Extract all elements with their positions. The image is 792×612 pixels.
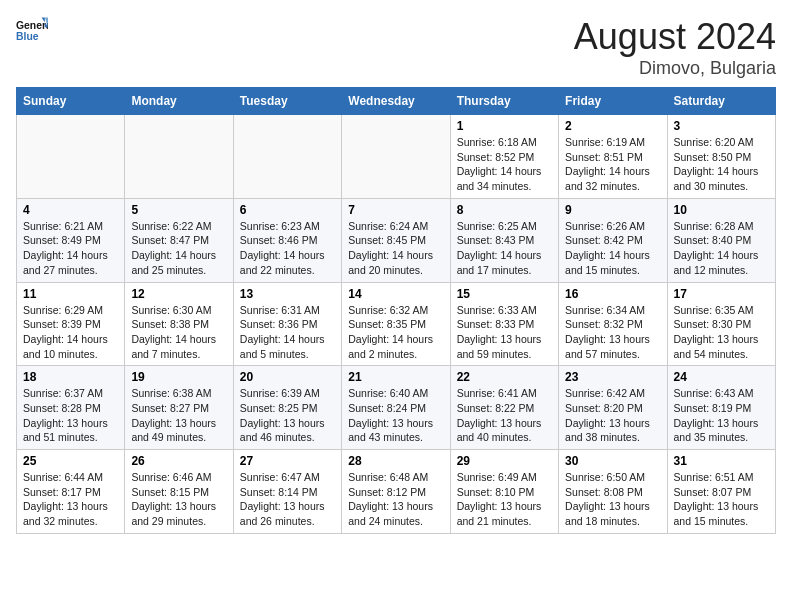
day-number: 5	[131, 203, 226, 217]
table-row	[125, 115, 233, 199]
table-row	[233, 115, 341, 199]
calendar-week-row: 4Sunrise: 6:21 AM Sunset: 8:49 PM Daylig…	[17, 198, 776, 282]
table-row: 12Sunrise: 6:30 AM Sunset: 8:38 PM Dayli…	[125, 282, 233, 366]
day-number: 24	[674, 370, 769, 384]
day-number: 6	[240, 203, 335, 217]
page-title: August 2024	[574, 16, 776, 58]
calendar-week-row: 18Sunrise: 6:37 AM Sunset: 8:28 PM Dayli…	[17, 366, 776, 450]
table-row: 16Sunrise: 6:34 AM Sunset: 8:32 PM Dayli…	[559, 282, 667, 366]
table-row: 28Sunrise: 6:48 AM Sunset: 8:12 PM Dayli…	[342, 450, 450, 534]
table-row: 13Sunrise: 6:31 AM Sunset: 8:36 PM Dayli…	[233, 282, 341, 366]
day-number: 28	[348, 454, 443, 468]
col-friday: Friday	[559, 88, 667, 115]
day-number: 4	[23, 203, 118, 217]
day-info: Sunrise: 6:33 AM Sunset: 8:33 PM Dayligh…	[457, 303, 552, 362]
logo-icon: General Blue	[16, 16, 48, 44]
day-number: 18	[23, 370, 118, 384]
day-number: 31	[674, 454, 769, 468]
day-number: 9	[565, 203, 660, 217]
table-row: 3Sunrise: 6:20 AM Sunset: 8:50 PM Daylig…	[667, 115, 775, 199]
day-number: 27	[240, 454, 335, 468]
calendar-week-row: 11Sunrise: 6:29 AM Sunset: 8:39 PM Dayli…	[17, 282, 776, 366]
day-info: Sunrise: 6:44 AM Sunset: 8:17 PM Dayligh…	[23, 470, 118, 529]
day-info: Sunrise: 6:19 AM Sunset: 8:51 PM Dayligh…	[565, 135, 660, 194]
day-info: Sunrise: 6:34 AM Sunset: 8:32 PM Dayligh…	[565, 303, 660, 362]
header: General Blue August 2024 Dimovo, Bulgari…	[16, 16, 776, 79]
col-thursday: Thursday	[450, 88, 558, 115]
day-info: Sunrise: 6:37 AM Sunset: 8:28 PM Dayligh…	[23, 386, 118, 445]
day-info: Sunrise: 6:38 AM Sunset: 8:27 PM Dayligh…	[131, 386, 226, 445]
table-row: 18Sunrise: 6:37 AM Sunset: 8:28 PM Dayli…	[17, 366, 125, 450]
table-row: 8Sunrise: 6:25 AM Sunset: 8:43 PM Daylig…	[450, 198, 558, 282]
calendar-header-row: Sunday Monday Tuesday Wednesday Thursday…	[17, 88, 776, 115]
table-row: 30Sunrise: 6:50 AM Sunset: 8:08 PM Dayli…	[559, 450, 667, 534]
logo: General Blue	[16, 16, 48, 44]
table-row: 6Sunrise: 6:23 AM Sunset: 8:46 PM Daylig…	[233, 198, 341, 282]
day-info: Sunrise: 6:43 AM Sunset: 8:19 PM Dayligh…	[674, 386, 769, 445]
day-info: Sunrise: 6:35 AM Sunset: 8:30 PM Dayligh…	[674, 303, 769, 362]
table-row: 7Sunrise: 6:24 AM Sunset: 8:45 PM Daylig…	[342, 198, 450, 282]
day-number: 2	[565, 119, 660, 133]
table-row: 29Sunrise: 6:49 AM Sunset: 8:10 PM Dayli…	[450, 450, 558, 534]
day-number: 26	[131, 454, 226, 468]
day-number: 10	[674, 203, 769, 217]
day-number: 22	[457, 370, 552, 384]
table-row: 31Sunrise: 6:51 AM Sunset: 8:07 PM Dayli…	[667, 450, 775, 534]
table-row	[17, 115, 125, 199]
col-saturday: Saturday	[667, 88, 775, 115]
day-number: 12	[131, 287, 226, 301]
day-info: Sunrise: 6:31 AM Sunset: 8:36 PM Dayligh…	[240, 303, 335, 362]
title-area: August 2024 Dimovo, Bulgaria	[574, 16, 776, 79]
svg-text:General: General	[16, 20, 48, 31]
day-number: 15	[457, 287, 552, 301]
col-tuesday: Tuesday	[233, 88, 341, 115]
table-row: 2Sunrise: 6:19 AM Sunset: 8:51 PM Daylig…	[559, 115, 667, 199]
table-row	[342, 115, 450, 199]
day-info: Sunrise: 6:18 AM Sunset: 8:52 PM Dayligh…	[457, 135, 552, 194]
table-row: 14Sunrise: 6:32 AM Sunset: 8:35 PM Dayli…	[342, 282, 450, 366]
day-info: Sunrise: 6:46 AM Sunset: 8:15 PM Dayligh…	[131, 470, 226, 529]
page-subtitle: Dimovo, Bulgaria	[574, 58, 776, 79]
calendar-table: Sunday Monday Tuesday Wednesday Thursday…	[16, 87, 776, 534]
day-number: 13	[240, 287, 335, 301]
col-wednesday: Wednesday	[342, 88, 450, 115]
day-number: 21	[348, 370, 443, 384]
day-info: Sunrise: 6:21 AM Sunset: 8:49 PM Dayligh…	[23, 219, 118, 278]
day-info: Sunrise: 6:28 AM Sunset: 8:40 PM Dayligh…	[674, 219, 769, 278]
table-row: 20Sunrise: 6:39 AM Sunset: 8:25 PM Dayli…	[233, 366, 341, 450]
day-info: Sunrise: 6:40 AM Sunset: 8:24 PM Dayligh…	[348, 386, 443, 445]
table-row: 9Sunrise: 6:26 AM Sunset: 8:42 PM Daylig…	[559, 198, 667, 282]
table-row: 1Sunrise: 6:18 AM Sunset: 8:52 PM Daylig…	[450, 115, 558, 199]
col-monday: Monday	[125, 88, 233, 115]
day-number: 17	[674, 287, 769, 301]
day-number: 20	[240, 370, 335, 384]
table-row: 10Sunrise: 6:28 AM Sunset: 8:40 PM Dayli…	[667, 198, 775, 282]
table-row: 19Sunrise: 6:38 AM Sunset: 8:27 PM Dayli…	[125, 366, 233, 450]
day-info: Sunrise: 6:23 AM Sunset: 8:46 PM Dayligh…	[240, 219, 335, 278]
day-number: 19	[131, 370, 226, 384]
table-row: 27Sunrise: 6:47 AM Sunset: 8:14 PM Dayli…	[233, 450, 341, 534]
day-number: 29	[457, 454, 552, 468]
table-row: 5Sunrise: 6:22 AM Sunset: 8:47 PM Daylig…	[125, 198, 233, 282]
day-info: Sunrise: 6:51 AM Sunset: 8:07 PM Dayligh…	[674, 470, 769, 529]
day-info: Sunrise: 6:50 AM Sunset: 8:08 PM Dayligh…	[565, 470, 660, 529]
table-row: 22Sunrise: 6:41 AM Sunset: 8:22 PM Dayli…	[450, 366, 558, 450]
day-number: 25	[23, 454, 118, 468]
table-row: 24Sunrise: 6:43 AM Sunset: 8:19 PM Dayli…	[667, 366, 775, 450]
table-row: 26Sunrise: 6:46 AM Sunset: 8:15 PM Dayli…	[125, 450, 233, 534]
day-info: Sunrise: 6:47 AM Sunset: 8:14 PM Dayligh…	[240, 470, 335, 529]
table-row: 17Sunrise: 6:35 AM Sunset: 8:30 PM Dayli…	[667, 282, 775, 366]
table-row: 15Sunrise: 6:33 AM Sunset: 8:33 PM Dayli…	[450, 282, 558, 366]
day-info: Sunrise: 6:48 AM Sunset: 8:12 PM Dayligh…	[348, 470, 443, 529]
day-number: 1	[457, 119, 552, 133]
table-row: 11Sunrise: 6:29 AM Sunset: 8:39 PM Dayli…	[17, 282, 125, 366]
day-info: Sunrise: 6:41 AM Sunset: 8:22 PM Dayligh…	[457, 386, 552, 445]
table-row: 4Sunrise: 6:21 AM Sunset: 8:49 PM Daylig…	[17, 198, 125, 282]
day-info: Sunrise: 6:29 AM Sunset: 8:39 PM Dayligh…	[23, 303, 118, 362]
day-number: 11	[23, 287, 118, 301]
day-info: Sunrise: 6:24 AM Sunset: 8:45 PM Dayligh…	[348, 219, 443, 278]
day-number: 30	[565, 454, 660, 468]
day-number: 8	[457, 203, 552, 217]
day-info: Sunrise: 6:26 AM Sunset: 8:42 PM Dayligh…	[565, 219, 660, 278]
day-info: Sunrise: 6:32 AM Sunset: 8:35 PM Dayligh…	[348, 303, 443, 362]
